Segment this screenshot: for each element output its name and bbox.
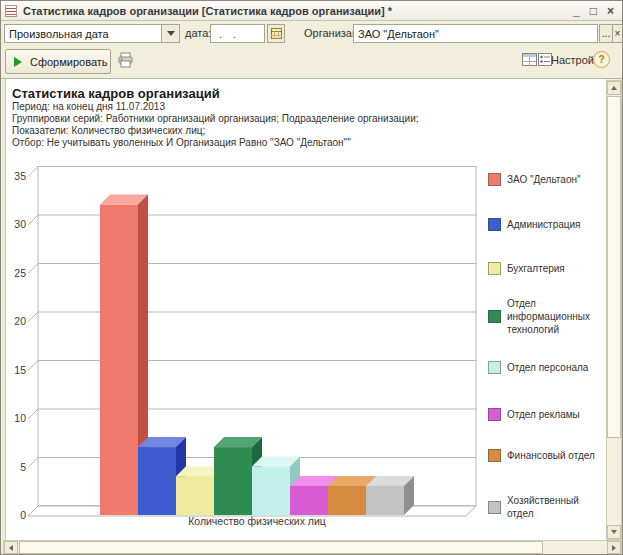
axis-tick <box>28 409 38 419</box>
legend-label: Отдел информационных технологий <box>507 297 595 336</box>
axis-tick <box>28 215 38 225</box>
organization-choose-button[interactable]: ... <box>599 24 613 43</box>
app-window: Статистика кадров организации [Статистик… <box>0 0 623 555</box>
close-button[interactable]: × <box>607 4 614 18</box>
combo-dropdown-button[interactable] <box>161 25 179 42</box>
y-tick-label: 30 <box>14 218 26 230</box>
y-tick-label: 5 <box>20 461 26 473</box>
scroll-right-button[interactable] <box>607 541 621 554</box>
calendar-picker-button[interactable] <box>267 24 285 43</box>
settings-icon[interactable] <box>538 52 552 70</box>
legend-item: Отдел персонала <box>488 361 595 374</box>
legend-label: Отдел персонала <box>507 361 595 374</box>
arrow-up-icon <box>611 86 617 90</box>
report-grouping-line: Группировки серий: Работники организаций… <box>12 113 419 124</box>
run-icon <box>14 57 22 67</box>
legend-color-chip <box>488 310 501 323</box>
axis-tick <box>28 361 38 371</box>
filter-bar: Произвольная дата дата: . . Организац...… <box>1 22 622 45</box>
toolbar: Сформировать <box>1 45 622 79</box>
axis-tick <box>28 458 38 468</box>
minimize-button[interactable]: _ <box>573 4 580 18</box>
axis-tick <box>28 167 38 177</box>
date-value: . . <box>219 28 240 40</box>
horizontal-scrollbar[interactable] <box>3 540 622 555</box>
legend-label: Бухгалтерия <box>507 262 595 275</box>
chevron-down-icon <box>167 31 175 36</box>
legend-item: Отдел рекламы <box>488 408 595 421</box>
horizontal-scroll-thumb[interactable] <box>19 541 543 554</box>
legend-label: ЗАО "Дельтаон" <box>507 173 595 186</box>
legend-item: Хозяйственный отдел <box>488 494 595 520</box>
date-input[interactable]: . . <box>210 24 265 43</box>
legend-item: Финансовый отдел <box>488 449 595 462</box>
axis-tick <box>28 312 38 322</box>
scroll-up-button[interactable] <box>607 81 621 95</box>
legend-item: Администрация <box>488 218 595 231</box>
report-period-line: Период: на конец дня 11.07.2013 <box>12 101 165 112</box>
window-title: Статистика кадров организации [Статистик… <box>23 5 573 17</box>
axis-tick <box>28 264 38 274</box>
legend-color-chip <box>488 361 501 374</box>
report-window-icon <box>5 5 17 17</box>
legend-label: Отдел рекламы <box>507 408 595 421</box>
organization-input[interactable]: ЗАО "Дельтаон" <box>353 24 598 43</box>
arrow-right-icon <box>612 545 616 551</box>
y-tick-label: 20 <box>14 315 26 327</box>
legend-label: Администрация <box>507 218 595 231</box>
legend-color-chip <box>488 449 501 462</box>
bar-front <box>366 486 404 515</box>
bar-chart: 05101520253035Количество физических лиц <box>10 161 484 536</box>
legend-label: Финансовый отдел <box>507 449 595 462</box>
maximize-button[interactable]: □ <box>590 4 597 18</box>
period-type-select[interactable]: Произвольная дата <box>4 24 180 43</box>
title-bar: Статистика кадров организации [Статистик… <box>1 1 622 21</box>
y-tick-label: 10 <box>14 412 26 424</box>
bar-front <box>100 205 138 515</box>
calendar-icon <box>271 28 282 39</box>
legend-label: Хозяйственный отдел <box>507 494 595 520</box>
legend-color-chip <box>488 262 501 275</box>
legend-color-chip <box>488 501 501 514</box>
bar-front <box>290 486 328 515</box>
date-label: дата: <box>185 27 211 39</box>
report-filter-line: Отбор: Не учитывать уволенных И Организа… <box>12 137 351 148</box>
vertical-scroll-thumb[interactable] <box>607 96 621 438</box>
y-tick-label: 25 <box>14 267 26 279</box>
print-icon[interactable] <box>118 52 134 72</box>
arrow-left-icon <box>9 545 13 551</box>
report-measures-line: Показатели: Количество физических лиц; <box>12 125 205 136</box>
legend-item: ЗАО "Дельтаон" <box>488 173 595 186</box>
report-area: Статистика кадров организаций Период: на… <box>5 79 606 540</box>
organization-clear-button[interactable]: × <box>613 24 623 43</box>
legend-color-chip <box>488 408 501 421</box>
arrow-down-icon <box>611 530 617 534</box>
vertical-scrollbar[interactable] <box>606 80 622 540</box>
scroll-left-button[interactable] <box>4 541 18 554</box>
y-tick-label: 35 <box>14 170 26 182</box>
bar-front <box>138 447 176 515</box>
bar-front <box>176 476 214 515</box>
bar-front <box>328 486 366 515</box>
x-axis-label: Количество физических лиц <box>188 515 326 527</box>
y-tick-label: 15 <box>14 364 26 376</box>
period-type-value: Произвольная дата <box>9 28 109 40</box>
bar-front <box>252 467 290 516</box>
bar-front <box>214 447 252 515</box>
y-tick-label: 0 <box>20 509 26 521</box>
legend-item: Отдел информационных технологий <box>488 297 595 336</box>
organization-value: ЗАО "Дельтаон" <box>358 28 439 40</box>
generate-button[interactable]: Сформировать <box>5 49 111 74</box>
chart-table-icon[interactable] <box>522 52 537 70</box>
generate-button-label: Сформировать <box>30 56 108 68</box>
scroll-down-button[interactable] <box>607 525 621 539</box>
legend-color-chip <box>488 173 501 186</box>
legend-item: Бухгалтерия <box>488 262 595 275</box>
help-icon[interactable]: ? <box>593 51 610 68</box>
legend-color-chip <box>488 218 501 231</box>
report-title: Статистика кадров организаций <box>12 86 220 101</box>
